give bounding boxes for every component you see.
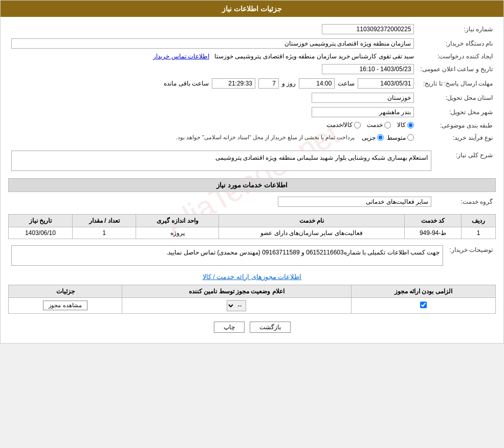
permissions-section-title: اطلاعات مجوزهای ارائه خدمت / کالا [8, 273, 496, 281]
perm-details-cell: مشاهده مجوز [9, 297, 122, 313]
deadline-time-input[interactable] [299, 78, 335, 89]
cell-name: فعالیت‌های سایر سازمان‌های دارای عضو [219, 227, 405, 239]
perm-required-checkbox[interactable] [420, 302, 427, 308]
back-button[interactable]: بازگشت [250, 322, 291, 333]
perm-col-required: الزامی بودن ارائه مجوز [351, 285, 495, 297]
province-label: استان محل تحویل: [417, 91, 496, 105]
service-group-input[interactable] [278, 197, 431, 207]
action-buttons: بازگشت چاپ [8, 322, 496, 333]
col-header-date: تاریخ نیاز [9, 214, 73, 227]
general-desc-value: استعلام بهسازی شبکه روشنایی بلوار شهید س… [11, 151, 431, 171]
buyer-name-label: نام دستگاه خریدار: [417, 36, 496, 51]
deadline-date-input[interactable] [358, 78, 414, 89]
perm-col-status: اعلام وضعیت مجوز توسط نامین کننده [122, 285, 352, 297]
need-number-label: شماره نیاز: [417, 22, 496, 36]
cell-unit: پروژه [136, 227, 219, 239]
deadline-days-input[interactable] [258, 78, 279, 89]
requester-label: ایجاد کننده درخواست: [417, 51, 496, 62]
col-header-count: تعداد / مقدار [72, 214, 136, 227]
services-table: ردیف کد خدمت نام خدمت واحد اندازه گیری ت… [8, 214, 496, 239]
need-number-input[interactable] [322, 24, 414, 34]
date-label: تاریخ و ساعت اعلان عمومی: [417, 62, 496, 76]
category-label: طبقه بندی موضوعی: [417, 119, 496, 132]
buyer-name-input[interactable] [11, 38, 414, 49]
cell-count: 1 [72, 227, 136, 239]
province-input[interactable] [312, 93, 414, 103]
service-group-label: گروه خدمت: [434, 195, 496, 209]
view-permit-button[interactable]: مشاهده مجوز [43, 301, 87, 310]
perm-status-select[interactable]: -- [227, 300, 246, 311]
general-desc-label: شرح کلی نیاز: [434, 148, 496, 173]
category-khedmat-radio[interactable] [384, 122, 391, 129]
date-input[interactable] [322, 64, 414, 74]
col-header-unit: واحد اندازه گیری [136, 214, 219, 227]
col-header-code: کد خدمت [404, 214, 462, 227]
deadline-remaining-label: ساعت باقی مانده [164, 80, 209, 87]
city-label: شهر محل تحویل: [417, 105, 496, 119]
deadline-time-label: ساعت [338, 80, 355, 87]
category-kala-radio[interactable] [407, 122, 414, 129]
process-jazee-label: جزیی [362, 134, 376, 141]
buyer-desc-value: جهت کسب اطلاعات تکمیلی با شماره061521166… [11, 245, 443, 266]
permissions-table: الزامی بودن ارائه مجوز اعلام وضعیت مجوز … [8, 285, 496, 314]
process-motavaset-label: متوسط [387, 134, 406, 141]
table-row: 1 ط-94-949 فعالیت‌های سایر سازمان‌های دا… [9, 227, 496, 239]
perm-col-details: جزئیات [9, 285, 122, 297]
perm-status-cell: -- [122, 297, 352, 313]
category-kala-label: کالا [397, 121, 406, 129]
print-button[interactable]: چاپ [214, 322, 245, 333]
services-section-header: اطلاعات خدمات مورد نیاز [8, 178, 496, 192]
process-motavaset-radio[interactable] [407, 134, 414, 141]
cell-date: 1403/06/10 [9, 227, 73, 239]
cell-code: ط-94-949 [404, 227, 462, 239]
col-header-row: ردیف [462, 214, 496, 227]
deadline-days-label: روز و [282, 80, 296, 87]
requester-value: سید تقی تقوی کارشناس خرید سازمان منطقه و… [214, 53, 414, 60]
perm-required-cell [351, 297, 495, 313]
category-kala-khedmat-radio[interactable] [354, 122, 361, 129]
requester-link[interactable]: اطلاعات تماس خریدار [153, 53, 209, 60]
category-kala-khedmat-label: کالا/خدمت [326, 121, 353, 129]
perm-table-row: -- مشاهده مجوز [9, 297, 496, 313]
deadline-label: مهلت ارسال پاسخ: تا تاریخ: [417, 76, 496, 91]
cell-row: 1 [462, 227, 496, 239]
page-title: جزئیات اطلاعات نیاز [1, 1, 503, 17]
process-jazee-radio[interactable] [377, 134, 384, 141]
process-notice: پرداخت تمام یا بخشی از مبلغ خریدار از مح… [176, 134, 355, 141]
process-label: نوع فرآیند خرید: [417, 132, 496, 143]
category-khedmat-label: خدمت [367, 121, 383, 129]
deadline-remaining-input[interactable] [212, 78, 255, 89]
buyer-desc-label: توضیحات خریدار: [446, 243, 496, 268]
col-header-name: نام خدمت [219, 214, 405, 227]
city-input[interactable] [312, 107, 414, 117]
